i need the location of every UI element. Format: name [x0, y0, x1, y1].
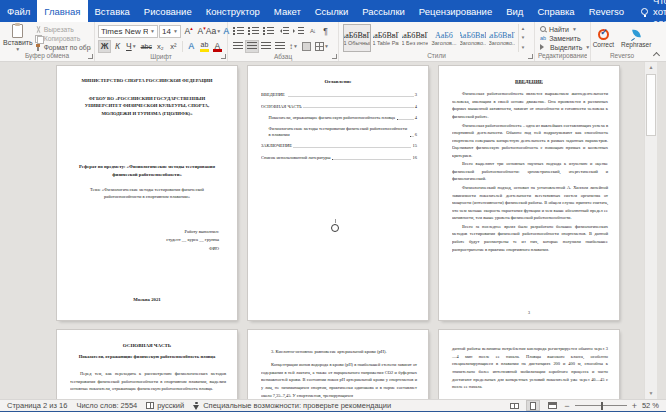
grow-font-button[interactable]: А [181, 25, 194, 38]
page-4-main-part[interactable]: ОСНОВНАЯ ЧАСТЬ Показатели, отражающие фи… [57, 330, 237, 399]
line-spacing-button[interactable]: ↕▼ [287, 40, 300, 53]
styles-scroll-down-icon[interactable]: ▼ [519, 33, 527, 42]
align-left-button[interactable] [231, 40, 245, 53]
clipboard-group: Вставить ▼ Вырезать Копировать Формат по… [0, 22, 95, 61]
italic-button[interactable]: К [111, 40, 124, 53]
superscript-button[interactable]: x² [167, 40, 180, 53]
vertical-scrollbar[interactable]: ▲ ▼ [644, 62, 657, 399]
font-name-combo[interactable]: Times New Ro▼ [98, 25, 158, 38]
tab-view[interactable]: Вид [499, 0, 530, 22]
scroll-up-arrow-icon[interactable]: ▲ [645, 62, 657, 73]
page-2-table-of-contents[interactable]: Оглавление ВВЕДЕНИЕ3 ОСНОВНАЯ ЧАСТЬ4 Пок… [248, 66, 428, 320]
print-layout-button[interactable] [526, 400, 540, 411]
multilevel-list-button[interactable] [261, 25, 276, 38]
word-count[interactable]: Число слов: 2554 [76, 401, 137, 410]
tab-design[interactable]: Конструктор [199, 0, 267, 22]
text-effects-button[interactable]: А [185, 40, 198, 53]
shading-button[interactable] [300, 40, 313, 53]
zoom-in-button[interactable]: + [632, 401, 637, 411]
highlight-color-button[interactable]: ab [198, 40, 211, 53]
align-right-icon [261, 42, 271, 50]
collapse-ribbon-icon[interactable] [654, 51, 660, 57]
tab-help[interactable]: Справка [530, 0, 581, 22]
web-layout-button[interactable] [545, 400, 559, 411]
styles-gallery-scroll[interactable]: ▲ ▼ ▼ [518, 24, 527, 52]
styles-dialog-launcher-icon[interactable] [528, 54, 533, 59]
zoom-slider-thumb[interactable] [601, 402, 604, 410]
accessibility-checker[interactable]: Специальные возможности: проверьте реком… [193, 401, 391, 410]
read-mode-button[interactable] [507, 400, 521, 411]
toc-entry[interactable]: Список использованной литературы16 [261, 155, 417, 161]
format-painter-button[interactable]: Формат по образцу [35, 44, 91, 51]
style-item-no-spacing[interactable]: АаБбВвГг 1 Без инте... [401, 24, 429, 52]
scrollbar-thumb[interactable] [646, 74, 656, 136]
font-dialog-launcher-icon[interactable] [221, 54, 226, 59]
tab-reverso[interactable]: Reverso [582, 0, 631, 22]
zoom-slider[interactable] [575, 405, 627, 406]
sort-button[interactable]: А↓ [306, 25, 319, 38]
title-theme: Тема: «Физиологические методы тестирован… [72, 186, 222, 200]
paragraph-group: А↓ ¶ ↕▼ ▼ Абзац [228, 22, 339, 61]
paste-button[interactable]: Вставить ▼ [3, 24, 33, 52]
toc-entry[interactable]: ЗАКЛЮЧЕНИЕ15 [261, 143, 417, 149]
style-item-heading2[interactable]: АаБбВвГ Заголово... [459, 24, 487, 52]
font-size-combo[interactable]: 14▼ [159, 25, 181, 38]
replace-button[interactable]: abЗаменить [540, 35, 587, 42]
style-item-table-paragraph[interactable]: АаБбВвГг 1 Table Par... [372, 24, 400, 52]
page-6-oxygen-section[interactable]: данной работы величины потребления кисло… [439, 330, 619, 399]
title-city-year: Москва 2021 [57, 297, 237, 302]
page-3-introduction[interactable]: ВВЕДЕНИЕ Физическая работоспособность яв… [439, 66, 619, 320]
reverso-correct-button[interactable]: Correct [593, 29, 614, 48]
tab-insert[interactable]: Вставка [88, 0, 137, 22]
tab-home[interactable]: Главная [37, 0, 87, 22]
strikethrough-button[interactable]: abc [139, 40, 154, 53]
paragraph-dialog-launcher-icon[interactable] [332, 54, 337, 59]
find-button[interactable]: Найти▼ [540, 26, 587, 33]
select-button[interactable]: Выделить▼ [540, 44, 587, 51]
tab-layout[interactable]: Макет [267, 0, 308, 22]
styles-scroll-up-icon[interactable]: ▲ [519, 24, 527, 33]
style-item-heading3[interactable]: АаБбВвГ1 Заголово... [488, 24, 516, 52]
tab-review[interactable]: Рецензирование [412, 0, 499, 22]
toc-entry[interactable]: ОСНОВНАЯ ЧАСТЬ4 [261, 103, 417, 109]
scroll-down-arrow-icon[interactable]: ▼ [645, 388, 657, 399]
page-1-title-page[interactable]: МИНИСТЕРСТВО СПОРТА РОССИЙСКОЙ ФЕДЕРАЦИИ… [57, 66, 237, 320]
style-item-normal[interactable]: АаБбВвГг 1 Обычный [343, 24, 371, 52]
subscript-button[interactable]: x₂ [154, 40, 167, 53]
style-name: 1 Обычный [344, 40, 371, 46]
decrease-indent-button[interactable] [276, 25, 291, 38]
borders-button[interactable]: ▼ [313, 40, 331, 53]
proofing-status[interactable]: русский [146, 401, 184, 410]
clipboard-dialog-launcher-icon[interactable] [88, 54, 93, 59]
zoom-percentage[interactable]: 52 % [642, 401, 659, 410]
bold-button[interactable]: Ж [98, 40, 111, 53]
page-indicator[interactable]: Страница 2 из 16 [7, 401, 67, 410]
tab-draw[interactable]: Рисование [137, 0, 199, 22]
copy-button[interactable]: Копировать [35, 35, 91, 42]
toc-entry[interactable]: Физиологические методы тестирования физи… [261, 126, 417, 138]
align-right-button[interactable] [259, 40, 273, 53]
show-marks-button[interactable]: ¶ [319, 25, 332, 38]
underline-button[interactable]: Ч▼ [124, 40, 139, 53]
change-case-button[interactable]: Аа▼ [207, 25, 220, 38]
zoom-out-button[interactable]: − [564, 401, 569, 411]
tell-me-box[interactable]: Что вы хотите сделать? [633, 0, 666, 22]
align-center-button[interactable] [245, 40, 259, 53]
tab-file[interactable]: Файл [0, 0, 37, 22]
numbering-button[interactable] [246, 25, 261, 38]
toc-entry[interactable]: Показатели, отражающие физическую работо… [261, 115, 417, 121]
multilevel-list-icon [263, 27, 274, 35]
cut-button[interactable]: Вырезать [35, 26, 91, 33]
style-item-heading1[interactable]: АаБб Заголов... [430, 24, 458, 52]
tab-references[interactable]: Ссылки [308, 0, 355, 22]
document-canvas[interactable]: МИНИСТЕРСТВО СПОРТА РОССИЙСКОЙ ФЕДЕРАЦИИ… [0, 62, 666, 399]
styles-more-icon[interactable]: ▼ [519, 43, 527, 52]
font-color-button[interactable]: А [211, 40, 224, 53]
tab-mailings[interactable]: Рассылки [355, 0, 412, 22]
reverso-rephraser-button[interactable]: Rephraser [621, 29, 651, 48]
increase-indent-button[interactable] [291, 25, 306, 38]
bullets-button[interactable] [231, 25, 246, 38]
justify-button[interactable] [273, 40, 287, 53]
toc-entry[interactable]: ВВЕДЕНИЕ3 [261, 92, 417, 98]
page-5-ph-section[interactable]: 3. Кислотно-основное равновесие артериал… [248, 330, 428, 399]
